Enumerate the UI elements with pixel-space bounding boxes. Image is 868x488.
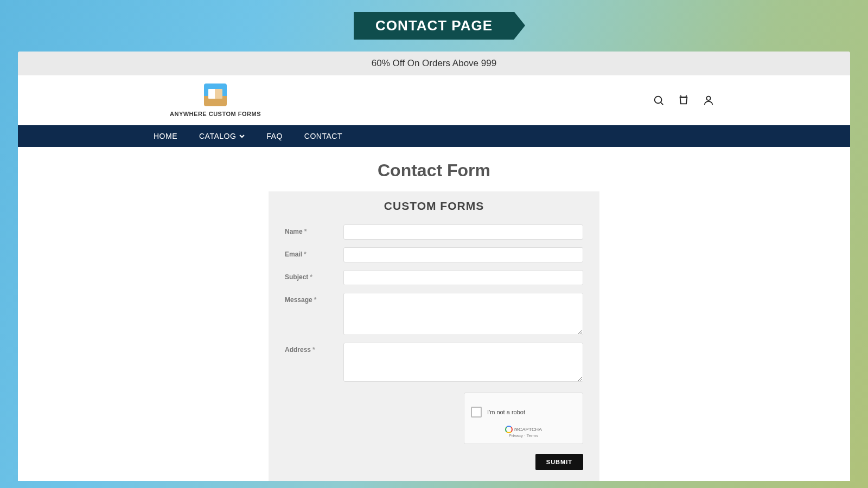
message-label: Message*: [285, 293, 343, 304]
main-container: 60% Off On Orders Above 999 ANYWHERE CUS…: [18, 52, 850, 481]
form-row-address: Address*: [285, 343, 583, 382]
svg-line-1: [661, 102, 663, 105]
nav-home[interactable]: HOME: [154, 125, 177, 147]
form-panel: CUSTOM FORMS Name* Email* Subject* Messa…: [269, 191, 599, 481]
email-label: Email*: [285, 247, 343, 258]
email-required: *: [304, 251, 307, 258]
address-label-text: Address: [285, 346, 311, 354]
search-icon[interactable]: [653, 94, 665, 106]
address-input[interactable]: [343, 343, 583, 382]
recaptcha-brand: reCAPTCHA: [514, 427, 542, 432]
form-row-subject: Subject*: [285, 270, 583, 285]
address-label: Address*: [285, 343, 343, 354]
nav-faq[interactable]: FAQ: [266, 125, 283, 147]
chevron-down-icon: [239, 133, 245, 139]
submit-button[interactable]: SUBMIT: [535, 454, 583, 470]
form-title: CUSTOM FORMS: [285, 200, 583, 213]
nav-catalog-label: CATALOG: [199, 132, 236, 140]
svg-point-2: [706, 97, 710, 100]
email-label-text: Email: [285, 251, 302, 258]
subject-label: Subject*: [285, 270, 343, 281]
name-required: *: [304, 228, 307, 235]
message-label-text: Message: [285, 296, 312, 304]
submit-row: SUBMIT: [285, 454, 583, 470]
recaptcha-checkbox[interactable]: [471, 407, 482, 418]
page-banner: CONTACT PAGE: [354, 12, 514, 40]
recaptcha-label: I'm not a robot: [487, 409, 525, 415]
account-icon[interactable]: [703, 94, 714, 106]
form-row-email: Email*: [285, 247, 583, 262]
recaptcha-links[interactable]: Privacy · Terms: [509, 433, 539, 438]
recaptcha-logo: reCAPTCHA: [505, 426, 542, 433]
subject-label-text: Subject: [285, 273, 308, 281]
cart-icon[interactable]: [678, 94, 690, 106]
nav-contact[interactable]: CONTACT: [304, 125, 342, 147]
logo-icon: [204, 84, 227, 106]
name-input[interactable]: [343, 224, 583, 240]
name-label-text: Name: [285, 228, 303, 235]
nav-catalog[interactable]: CATALOG: [199, 125, 245, 147]
form-row-message: Message*: [285, 293, 583, 335]
subject-required: *: [310, 273, 312, 281]
captcha-row: I'm not a robot reCAPTCHA Privacy · Term…: [285, 393, 583, 444]
logo-text: ANYWHERE CUSTOM FORMS: [170, 111, 261, 117]
site-header: ANYWHERE CUSTOM FORMS: [18, 75, 850, 125]
header-icons: [653, 94, 714, 106]
page-title: Contact Form: [18, 160, 850, 181]
recaptcha-icon: [505, 426, 513, 433]
subject-input[interactable]: [343, 270, 583, 285]
address-required: *: [312, 346, 315, 354]
svg-point-0: [655, 97, 662, 104]
email-input[interactable]: [343, 247, 583, 262]
message-required: *: [314, 296, 317, 304]
nav-bar: HOME CATALOG FAQ CONTACT: [18, 125, 850, 147]
message-input[interactable]: [343, 293, 583, 335]
recaptcha-widget[interactable]: I'm not a robot reCAPTCHA Privacy · Term…: [464, 393, 583, 444]
site-logo[interactable]: ANYWHERE CUSTOM FORMS: [170, 84, 261, 117]
promo-bar: 60% Off On Orders Above 999: [18, 52, 850, 75]
name-label: Name*: [285, 224, 343, 235]
form-row-name: Name*: [285, 224, 583, 240]
